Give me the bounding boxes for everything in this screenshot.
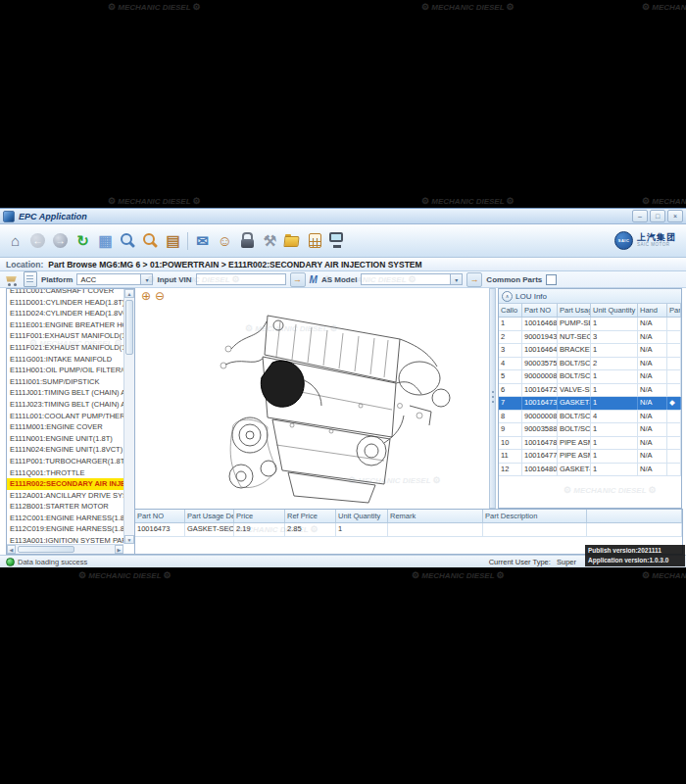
brand-name-en: SAIC MOTOR <box>637 242 676 248</box>
common-parts-checkbox[interactable] <box>546 274 557 285</box>
tree-item[interactable]: E111N001:ENGINE UNIT(1.8T) <box>7 433 123 445</box>
tree-item[interactable]: E111D024:CYLINDER HEAD(1.8VCT) <box>7 308 123 319</box>
as-model-select[interactable]: ▾ <box>361 273 463 285</box>
column-header[interactable]: Part's I <box>667 304 681 317</box>
table-row[interactable]: 1110016477PIPE ASM1N/A <box>499 450 681 464</box>
table-row[interactable]: 310016464BRACKET-1N/A <box>499 344 681 358</box>
tree-hscroll-thumb[interactable] <box>18 546 74 553</box>
column-header[interactable]: Part Description <box>483 510 587 522</box>
tree-item[interactable]: E111P001:TURBOCHARGER(1.8T) <box>7 456 123 467</box>
chevron-down-icon[interactable]: ▾ <box>140 274 152 284</box>
zoom-out-icon[interactable]: ⊖ <box>155 290 165 302</box>
tree-item[interactable]: E111J001:TIMING BELT (CHAIN) ANI <box>7 387 123 399</box>
tree-item[interactable]: E111E001:ENGINE BREATHER HOSE <box>7 319 123 331</box>
scroll-left-icon[interactable]: ◀ <box>7 545 16 554</box>
table-row[interactable]: 490003575BOLT/SCR2N/A <box>499 358 681 371</box>
tree-vscroll-thumb[interactable] <box>125 300 133 355</box>
zoom-search-icon[interactable] <box>140 230 161 251</box>
back-icon[interactable]: ← <box>30 233 45 248</box>
column-header[interactable]: Price <box>234 510 285 522</box>
tree-item[interactable]: E112A001:ANCILLARY DRIVE SYSTEM <box>7 490 123 502</box>
tree-item[interactable]: E112C019:ENGINE HARNESS(1.8VCT) <box>7 523 123 535</box>
scroll-right-icon[interactable]: ▶ <box>115 545 123 554</box>
tree-item[interactable]: E111J023:TIMING BELT (CHAIN) ANI <box>7 399 123 411</box>
refresh-icon[interactable]: ↻ <box>73 230 93 251</box>
export-mail-icon[interactable]: ✉ <box>192 230 213 251</box>
cart-icon[interactable] <box>4 272 20 287</box>
document-icon[interactable]: ▤ <box>163 230 183 251</box>
user-session-icon[interactable]: ☺ <box>215 230 235 251</box>
panel-splitter[interactable] <box>489 288 496 509</box>
tree-item[interactable]: E113A001:IGNITION SYSTEM PARTS <box>7 535 123 544</box>
column-header[interactable]: Part NO <box>522 304 558 317</box>
column-header[interactable]: Part NO <box>135 510 185 522</box>
tree-vertical-scrollbar[interactable]: ▲ ▼ <box>123 289 134 544</box>
engine-diagram[interactable] <box>174 288 468 509</box>
table-row[interactable]: 1010016478PIPE ASM1N/A <box>499 437 681 451</box>
tree-item[interactable]: E111Q001:THROTTLE <box>7 467 123 479</box>
chevron-down-icon[interactable]: ▾ <box>450 274 462 284</box>
tree-horizontal-scrollbar[interactable]: ◀ ▶ <box>7 544 123 554</box>
vin-input[interactable] <box>196 273 286 285</box>
tree-item[interactable]: E112C001:ENGINE HARNESS(1.8T) <box>7 513 123 524</box>
tree-item[interactable]: E111I001:SUMP/DIPSTICK <box>7 376 123 388</box>
tree-item[interactable]: E111H001:OIL PUMP/OIL FILTER/OIL <box>7 365 123 376</box>
calculator-icon[interactable] <box>305 230 325 251</box>
collapse-icon[interactable]: ∧ <box>502 291 513 302</box>
lock-icon[interactable] <box>237 230 258 251</box>
search-go-icon[interactable]: → <box>290 272 306 287</box>
forward-icon[interactable]: → <box>53 233 68 248</box>
tree-item[interactable]: E111F001:EXHAUST MANIFOLD(1.8T) <box>7 330 123 342</box>
table-cell: 12 <box>499 464 522 476</box>
tree-item[interactable]: E111G001:INTAKE MANIFOLD <box>7 354 123 366</box>
binoculars-icon[interactable]: M <box>310 274 318 285</box>
maximize-button[interactable]: □ <box>650 210 665 222</box>
page-icon[interactable] <box>24 271 37 287</box>
table-cell: 4 <box>499 358 522 370</box>
table-row[interactable]: 890000008BOLT/SCR4N/A <box>499 411 681 424</box>
column-header[interactable]: Ref Price <box>285 510 336 522</box>
close-button[interactable]: × <box>667 210 683 222</box>
table-row[interactable]: 610016472VALVE-SE1N/A <box>499 384 681 398</box>
table-cell: 10016480 <box>522 464 558 476</box>
map-search-icon[interactable] <box>118 230 138 251</box>
column-header[interactable]: Callo <box>499 304 522 317</box>
table-row[interactable]: 590000008BOLT/SCR1N/A <box>499 370 681 384</box>
minimize-button[interactable]: – <box>632 210 648 222</box>
column-header[interactable]: Part Usag <box>558 304 591 317</box>
zoom-in-icon[interactable]: ⊕ <box>141 290 151 302</box>
tree-item[interactable]: E111D001:CYLINDER HEAD(1.8T) <box>7 297 123 309</box>
home-icon[interactable]: ⌂ <box>5 230 25 251</box>
table-row[interactable]: 1210016480GASKET-S1N/A <box>499 464 681 477</box>
tree-item[interactable]: E112B001:STARTER MOTOR <box>7 501 123 513</box>
column-header[interactable] <box>587 510 682 522</box>
window-controls: –□× <box>632 210 683 222</box>
tree-item[interactable]: E111F021:EXHAUST MANIFOLD(1.8V <box>7 342 123 354</box>
column-header[interactable]: Remark <box>388 510 483 522</box>
table-cell: BOLT/SCR <box>558 370 591 383</box>
scroll-down-icon[interactable]: ▼ <box>124 535 134 544</box>
table-row[interactable]: 990003588BOLT/SCR1N/A <box>499 423 681 437</box>
column-header[interactable]: Part Usage Desc <box>185 510 234 522</box>
tree-item[interactable]: E111L001:COOLANT PUMP/THERMO <box>7 411 123 422</box>
tools-icon[interactable]: ⚒ <box>260 230 280 251</box>
table-row[interactable]: 710016473GASKET-S1N/A◆ <box>499 397 681 411</box>
tree-item[interactable]: E111R002:SECONDARY AIR INJECTI <box>7 478 123 490</box>
column-header[interactable]: Hand <box>638 304 667 317</box>
tree-item[interactable]: E111N024:ENGINE UNIT(1.8VCT) <box>7 444 123 456</box>
tree-item[interactable]: E111C001:CAMSHAFT COVER <box>7 288 123 297</box>
filter-go-icon[interactable]: → <box>466 272 482 287</box>
table-row[interactable]: 110016468PUMP-SEC1N/A <box>499 318 681 331</box>
tree-item[interactable]: E111M001:ENGINE COVER <box>7 421 123 433</box>
table-row[interactable]: 290001943NUT-SECD3N/A <box>499 331 681 345</box>
column-header[interactable]: Unit Quantity <box>336 510 388 522</box>
platform-select[interactable]: ACC ▾ <box>76 273 153 285</box>
table-cell <box>667 370 681 383</box>
display-icon[interactable] <box>327 230 348 251</box>
scroll-up-icon[interactable]: ▲ <box>124 289 134 298</box>
column-header[interactable]: Unit Quantity <box>591 304 638 317</box>
notes-folder-icon[interactable] <box>282 230 303 251</box>
table-row[interactable]: 10016473GASKET-SECD AI2.192.851 <box>135 523 682 537</box>
table-cell: 1 <box>591 437 638 450</box>
new-window-icon[interactable]: ▦ <box>95 230 116 251</box>
